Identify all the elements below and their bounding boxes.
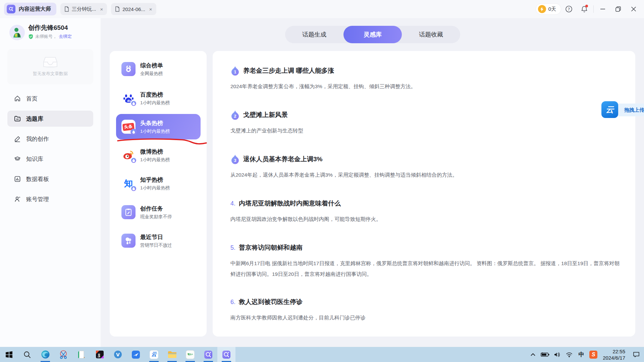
doc-tab-close-icon[interactable]: ×: [149, 6, 152, 12]
taskbar-app-v[interactable]: V: [109, 347, 127, 362]
source-item-creation-tasks[interactable]: 创作任务 现金奖励拿不停: [116, 199, 201, 225]
file-icon: [115, 6, 120, 12]
white-app-icon: 電白A: [186, 350, 195, 359]
sidebar-item-label: 知识库: [26, 155, 43, 163]
clock-date: 2024/6/17: [603, 355, 625, 361]
tab-topic-generation[interactable]: 话题生成: [285, 26, 343, 43]
close-button[interactable]: [626, 0, 641, 18]
drag-upload-widget[interactable]: 拖拽上传 云: [601, 101, 644, 119]
topic-desc: 中新网6月17日电 据俄新社当地时间17日报道，克里姆林宫称，俄罗斯总统普京将对…: [230, 258, 620, 280]
source-item-baidu[interactable]: du 百度热榜 1小时内最热榜: [116, 85, 201, 111]
topic-desc: 南方医科大学教师因救人迟到遭处分，目前儿科门诊已停诊: [230, 312, 620, 323]
topic-title: 戈壁滩上新风景: [243, 110, 288, 120]
taskbar-app-intellij[interactable]: IJ: [91, 347, 109, 362]
medal-icon: [121, 62, 136, 76]
taskbar-app-edge[interactable]: [36, 347, 54, 362]
bird-app-icon: [131, 350, 140, 359]
file-icon: [64, 6, 69, 12]
topic-title: 养老金三步走上调 哪些人能多涨: [243, 66, 334, 76]
topic-item-5[interactable]: 5. 普京将访问朝鲜和越南 中新网6月17日电 据俄新社当地时间17日报道，克里…: [230, 243, 620, 280]
minimize-button[interactable]: [595, 0, 610, 18]
topic-item-1[interactable]: 1 养老金三步走上调 哪些人能多涨 2024年养老金调整方案公布，涨幅为3%，采…: [230, 66, 620, 92]
source-desc: 全网最热榜: [140, 70, 163, 77]
sidebar-item-home[interactable]: 首页: [7, 90, 93, 107]
rank-number: 5.: [230, 243, 235, 253]
graduation-cap-icon: [14, 156, 21, 162]
notifications-bell-icon[interactable]: [577, 0, 592, 18]
battery-icon[interactable]: [539, 347, 551, 362]
rank-flame-badge: 2: [230, 110, 240, 120]
taskbar-clock[interactable]: 22:55 2024/6/17: [599, 348, 629, 361]
pen-icon: [14, 135, 21, 142]
taskbar-app-content-master[interactable]: [199, 347, 217, 362]
taskbar-app-white[interactable]: 電白A: [181, 347, 199, 362]
tab-inspiration-library[interactable]: 灵感库: [343, 26, 402, 43]
help-icon[interactable]: ?: [561, 0, 577, 18]
svg-text:V: V: [116, 352, 120, 357]
flame-badge-icon: [130, 100, 137, 107]
source-name: 最近节日: [140, 233, 172, 241]
source-name: 综合榜单: [140, 62, 163, 70]
source-desc: 现金奖励拿不停: [140, 214, 172, 220]
sidebar-item-topics-library[interactable]: 选题库: [7, 111, 93, 127]
cloud-app-icon[interactable]: 云: [601, 101, 618, 118]
taskbar-app-bird[interactable]: [127, 347, 145, 362]
taskbar-app-content-master-active[interactable]: [217, 347, 235, 362]
taskbar-app-snipping[interactable]: [54, 347, 72, 362]
topic-item-6[interactable]: 6. 救人迟到被罚医生停诊 南方医科大学教师因救人迟到遭处分，目前儿科门诊已停诊: [230, 297, 620, 323]
doc-tab-label: 三分钟玩...: [72, 6, 96, 12]
bind-link[interactable]: 去绑定: [59, 34, 72, 40]
divider: [593, 5, 594, 13]
start-button[interactable]: [0, 347, 18, 362]
maximize-button[interactable]: [610, 0, 626, 18]
notification-dot: [585, 5, 588, 7]
action-center-icon[interactable]: [629, 347, 644, 362]
avatar[interactable]: [9, 25, 25, 40]
topic-desc: 内塔尼亚胡因政治竞争解散以色列战时内阁，可能导致短期停火。: [230, 214, 620, 225]
sidebar-item-knowledge-base[interactable]: 知识库: [7, 151, 93, 167]
taskbar-file-explorer[interactable]: [163, 347, 181, 362]
flame-badge-icon: [130, 185, 137, 192]
sidebar-item-my-creations[interactable]: 我的创作: [7, 131, 93, 147]
app-title: 内容运营大师: [19, 6, 51, 13]
content-master-icon: [204, 350, 213, 359]
source-item-toutiao-active[interactable]: 头条 头条热榜 1小时内最热榜: [116, 114, 201, 139]
sidebar-item-label: 首页: [26, 95, 38, 103]
source-item-weibo[interactable]: 微博热榜 1小时内最热榜: [116, 142, 201, 168]
topic-item-3[interactable]: 3 退休人员基本养老金上调3% 从2024年起，退休人员基本养老金将上调3%，采…: [230, 154, 620, 180]
sidebar-item-account-management[interactable]: 账号管理: [7, 191, 93, 207]
intellij-icon: IJ: [96, 350, 104, 359]
rank-number: 6.: [230, 297, 235, 307]
volume-icon[interactable]: [551, 347, 563, 362]
sidebar-item-data-dashboard[interactable]: 数据看板: [7, 171, 93, 187]
svg-text:1: 1: [234, 70, 236, 74]
doc-tab-label: 2024-06...: [122, 6, 145, 12]
doc-tab-2[interactable]: 2024-06... ×: [111, 3, 156, 15]
source-item-overall[interactable]: 综合榜单 全网最热榜: [116, 56, 201, 82]
ime-indicator[interactable]: 中: [575, 347, 587, 362]
topic-item-4[interactable]: 4. 内塔尼亚胡解散战时内阁意味着什么 内塔尼亚胡因政治竞争解散以色列战时内阁，…: [230, 198, 620, 225]
tab-topic-favorites[interactable]: 话题收藏: [402, 26, 460, 43]
doc-tab-1[interactable]: 三分钟玩... ×: [60, 3, 107, 15]
source-item-recent-festivals[interactable]: 最近节日 营销节日不放过: [116, 228, 201, 253]
taskbar-search-button[interactable]: [18, 347, 36, 362]
hot-sources-card: 综合榜单 全网最热榜 du 百度热榜 1小时内最热榜 头条 头条热榜 1小时内最…: [110, 51, 207, 337]
notes-icon: [77, 350, 86, 359]
main-tabs: 话题生成 灵感库 话题收藏: [285, 26, 460, 43]
inbox-icon: [43, 57, 58, 68]
app-tab[interactable]: 内容运营大师: [4, 3, 56, 15]
taskbar-app-cloud[interactable]: 云: [145, 347, 163, 362]
sogou-icon[interactable]: S: [587, 347, 599, 362]
doc-tab-close-icon[interactable]: ×: [100, 6, 103, 12]
topic-item-2[interactable]: 2 戈壁滩上新风景 戈壁滩上的产业创新与生态转型: [230, 110, 620, 136]
source-name: 创作任务: [140, 205, 172, 213]
rank-number: 4.: [230, 198, 235, 208]
source-name: 百度热榜: [140, 91, 170, 99]
wifi-icon[interactable]: [563, 347, 575, 362]
taskbar-app-notes[interactable]: [72, 347, 91, 362]
clock-time: 22:55: [603, 348, 625, 355]
tray-chevron-icon[interactable]: [527, 347, 539, 362]
days-badge[interactable]: 0天: [536, 3, 561, 15]
source-item-zhihu[interactable]: 知 知乎热榜 1小时内最热榜: [116, 171, 201, 196]
topic-desc: 从2024年起，退休人员基本养老金将上调3%，采用定额调整、挂钩调整与适当倾斜相…: [230, 170, 620, 180]
